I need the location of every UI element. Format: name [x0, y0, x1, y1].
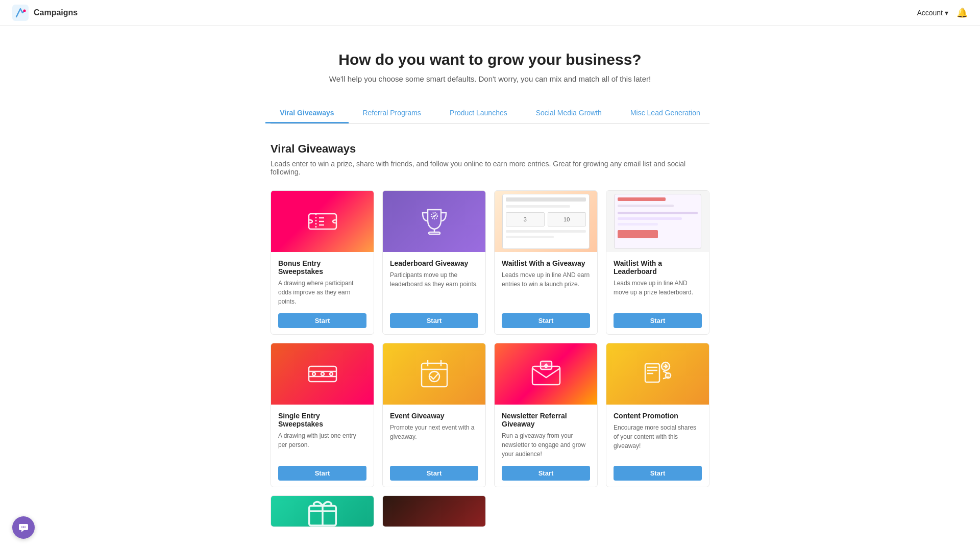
card-body-waitlist-giveaway: Waitlist With a Giveaway Leads move up i… — [495, 252, 597, 334]
card-bonus-entry-sweepstakes: Bonus Entry Sweepstakes A drawing where … — [271, 190, 374, 335]
header: Campaigns Account ▾ 🔔 — [0, 0, 980, 26]
ticket2-icon — [305, 356, 340, 392]
card-desc-bonus-entry: A drawing where participant odds improve… — [278, 279, 366, 306]
cards-row-3 — [271, 495, 709, 527]
start-button-single-entry[interactable]: Start — [278, 466, 366, 481]
chevron-down-icon: ▾ — [945, 9, 948, 17]
start-button-bonus-entry[interactable]: Start — [278, 313, 366, 328]
card-row3-green — [271, 495, 374, 527]
svg-rect-13 — [422, 363, 447, 387]
start-button-waitlist-giveaway[interactable]: Start — [502, 313, 590, 328]
start-button-waitlist-leaderboard[interactable]: Start — [614, 313, 702, 328]
card-row3-dark — [382, 495, 486, 527]
card-desc-event-giveaway: Promote your next event with a giveaway. — [390, 423, 478, 459]
ticket-icon — [305, 204, 340, 239]
logo-icon — [12, 5, 29, 21]
envelope-winner-icon — [528, 356, 564, 392]
svg-point-30 — [23, 527, 24, 528]
screenshot-thumb-waitlist-giveaway: 3 10 — [502, 194, 590, 249]
card-newsletter-referral-giveaway: Newsletter Referral Giveaway Run a givea… — [494, 343, 598, 487]
card-image-waitlist-giveaway: 3 10 — [495, 191, 597, 252]
chat-support-button[interactable] — [12, 516, 35, 539]
section-title: Viral Giveaways — [271, 142, 709, 156]
card-body-single-entry: Single Entry Sweepstakes A drawing with … — [271, 405, 374, 487]
card-waitlist-giveaway: 3 10 Waitlist With a Giveaway Leads move… — [494, 190, 598, 335]
card-event-giveaway: Event Giveaway Promote your next event w… — [382, 343, 486, 487]
card-title-content-promotion: Content Promotion — [614, 412, 702, 420]
page-headline: How do you want to grow your business? — [271, 51, 709, 68]
card-desc-waitlist-giveaway: Leads move up in line AND earn entries t… — [502, 270, 590, 306]
header-left: Campaigns — [12, 5, 78, 21]
gift-icon — [305, 495, 340, 527]
chat-icon — [18, 522, 29, 533]
card-desc-leaderboard: Participants move up the leaderboard as … — [390, 270, 478, 306]
tab-viral-giveaways[interactable]: Viral Giveaways — [265, 104, 348, 123]
cards-row-2: Single Entry Sweepstakes A drawing with … — [271, 343, 709, 487]
card-title-single-entry: Single Entry Sweepstakes — [278, 412, 366, 428]
card-image-content-promotion — [606, 343, 709, 405]
tab-social-media-growth[interactable]: Social Media Growth — [522, 104, 616, 123]
tab-product-launches[interactable]: Product Launches — [435, 104, 522, 123]
app-title: Campaigns — [34, 8, 78, 17]
card-image-event-giveaway — [383, 343, 485, 405]
card-desc-newsletter-referral: Run a giveaway from your newsletter to e… — [502, 431, 590, 459]
tab-referral-programs[interactable]: Referral Programs — [349, 104, 435, 123]
card-title-waitlist-giveaway: Waitlist With a Giveaway — [502, 259, 590, 267]
svg-rect-0 — [12, 5, 29, 21]
card-image-row3-green — [271, 496, 374, 527]
card-image-leaderboard — [383, 191, 485, 252]
card-desc-single-entry: A drawing with just one entry per person… — [278, 431, 366, 459]
svg-point-11 — [321, 372, 324, 375]
card-body-event-giveaway: Event Giveaway Promote your next event w… — [383, 405, 485, 487]
card-desc-content-promotion: Encourage more social shares of your con… — [614, 423, 702, 459]
svg-rect-5 — [429, 232, 440, 234]
svg-point-29 — [21, 527, 22, 528]
start-button-leaderboard[interactable]: Start — [390, 313, 478, 328]
card-image-bonus-entry — [271, 191, 374, 252]
card-content-promotion: Content Promotion Encourage more social … — [606, 343, 709, 487]
svg-point-31 — [24, 527, 26, 528]
social-share-icon — [640, 356, 676, 392]
card-body-leaderboard: Leaderboard Giveaway Participants move u… — [383, 252, 485, 334]
category-tabs: Viral Giveaways Referral Programs Produc… — [271, 104, 709, 124]
svg-point-10 — [312, 372, 315, 375]
card-title-newsletter-referral: Newsletter Referral Giveaway — [502, 412, 590, 428]
svg-point-1 — [23, 9, 26, 12]
card-image-newsletter-referral — [495, 343, 597, 405]
start-button-event-giveaway[interactable]: Start — [390, 466, 478, 481]
card-image-single-entry — [271, 343, 374, 405]
card-body-bonus-entry: Bonus Entry Sweepstakes A drawing where … — [271, 252, 374, 334]
card-body-newsletter-referral: Newsletter Referral Giveaway Run a givea… — [495, 405, 597, 487]
card-single-entry-sweepstakes: Single Entry Sweepstakes A drawing with … — [271, 343, 374, 487]
card-body-content-promotion: Content Promotion Encourage more social … — [606, 405, 709, 487]
start-button-newsletter-referral[interactable]: Start — [502, 466, 590, 481]
card-title-bonus-entry: Bonus Entry Sweepstakes — [278, 259, 366, 276]
card-title-leaderboard: Leaderboard Giveaway — [390, 259, 478, 267]
card-leaderboard-giveaway: Leaderboard Giveaway Participants move u… — [382, 190, 486, 335]
tab-misc-lead-gen[interactable]: Misc Lead Generation — [616, 104, 715, 123]
start-button-content-promotion[interactable]: Start — [614, 466, 702, 481]
main-content: How do you want to grow your business? W… — [260, 26, 720, 551]
page-subline: We'll help you choose some smart default… — [271, 74, 709, 83]
section-description: Leads enter to win a prize, share with f… — [271, 160, 709, 176]
calendar-icon — [416, 356, 452, 392]
svg-point-12 — [330, 372, 333, 375]
card-body-waitlist-leaderboard: Waitlist With a Leaderboard Leads move u… — [606, 252, 709, 334]
card-image-waitlist-leaderboard — [606, 191, 709, 252]
trophy-icon — [416, 204, 452, 239]
screenshot-thumb-waitlist-leaderboard — [614, 194, 701, 249]
card-title-waitlist-leaderboard: Waitlist With a Leaderboard — [614, 259, 702, 276]
card-desc-waitlist-leaderboard: Leads move up in line AND move up a priz… — [614, 279, 702, 306]
header-right: Account ▾ 🔔 — [917, 7, 968, 18]
cards-row-1: Bonus Entry Sweepstakes A drawing where … — [271, 190, 709, 335]
account-label: Account — [917, 9, 943, 17]
notifications-bell-icon[interactable]: 🔔 — [957, 7, 968, 18]
card-title-event-giveaway: Event Giveaway — [390, 412, 478, 420]
card-waitlist-leaderboard: Waitlist With a Leaderboard Leads move u… — [606, 190, 709, 335]
card-image-row3-dark — [383, 496, 485, 527]
account-button[interactable]: Account ▾ — [917, 9, 948, 17]
